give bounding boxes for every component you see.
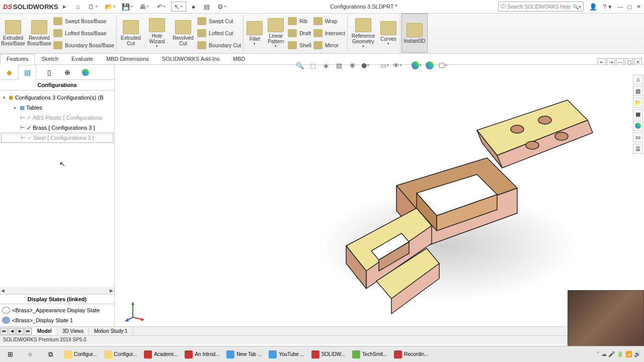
help-dropdown-icon[interactable]: ? ▾ — [602, 2, 613, 12]
tray-volume-icon[interactable]: 🔊 — [634, 351, 641, 357]
open-icon[interactable]: 📂 — [103, 2, 118, 12]
system-tray[interactable]: ˄ ☁ 🎤 🔋 📶 🔊 — [594, 351, 644, 357]
taskbar-item-7[interactable]: TechSmit... — [349, 347, 390, 361]
resources-tab-icon[interactable]: ⌂ — [633, 74, 643, 84]
tree-steel[interactable]: ⊢✓ Steel [ Configurations 3 ] — [1, 133, 113, 143]
print-icon[interactable]: 🖶 — [137, 2, 152, 12]
swept-cut-button[interactable]: Swept Cut — [197, 15, 241, 27]
tab-mbd[interactable]: MBD — [226, 54, 252, 64]
lofted-cut-button[interactable]: Lofted Cut — [197, 27, 241, 39]
tree-abs-plastic[interactable]: ⊢✓ ABS Plastic [ Configurations — [1, 113, 113, 123]
appearances-tab-icon[interactable] — [633, 121, 643, 131]
taskbar-item-6[interactable]: SOLIDW... — [308, 347, 348, 361]
tray-up-icon[interactable]: ˄ — [597, 351, 600, 357]
taskbar-item-3[interactable]: An Introd... — [182, 347, 222, 361]
display-style-icon[interactable]: ▭ — [379, 60, 390, 71]
tray-battery-icon[interactable]: 🔋 — [617, 351, 624, 357]
display-manager-tab[interactable] — [76, 65, 95, 79]
maximize-button[interactable]: ▢ — [626, 3, 633, 10]
extruded-boss-button[interactable]: Extruded Boss/Base — [0, 14, 26, 53]
options-list-icon[interactable]: ▤ — [201, 2, 212, 12]
taskbar-item-2[interactable]: Academi... — [141, 347, 181, 361]
tray-wifi-icon[interactable]: 📶 — [625, 351, 632, 357]
tab-next-button[interactable]: ▶ — [17, 328, 24, 335]
tray-cloud-icon[interactable]: ☁ — [601, 351, 607, 357]
boundary-cut-button[interactable]: Boundary Cut — [197, 39, 241, 51]
tab-evaluate[interactable]: Evaluate — [65, 54, 100, 64]
linear-pattern-button[interactable]: Linear Pattern▾ — [265, 14, 287, 53]
undo-icon[interactable]: ↶ — [154, 2, 169, 12]
forum-tab-icon[interactable]: ☰ — [633, 144, 643, 154]
tab-motion-study[interactable]: Motion Study 1 — [89, 327, 133, 335]
start-button[interactable]: ⊞ — [0, 347, 20, 362]
display-state-0[interactable]: <Brass>_Appearance Display State — [2, 305, 112, 315]
view-palette-tab-icon[interactable]: ▦ — [633, 109, 643, 119]
tab-features[interactable]: Features — [0, 54, 35, 65]
file-explorer-tab-icon[interactable]: 📁 — [633, 98, 643, 108]
configuration-tree[interactable]: ▾⬢ Configurations 3 Configuration(s) (B … — [0, 90, 114, 287]
design-library-tab-icon[interactable]: ▥ — [633, 86, 643, 96]
dynamic-annotation-icon[interactable]: ❋ — [347, 60, 358, 71]
task-view-button[interactable]: ⧉ — [40, 347, 60, 362]
view-settings-icon[interactable]: 🖵 — [437, 60, 448, 71]
close-button[interactable]: ✕ — [635, 3, 642, 10]
tab-3dviews[interactable]: 3D Views — [57, 327, 89, 335]
taskbar-item-1[interactable]: Configur... — [101, 347, 140, 361]
hide-show-icon[interactable]: 👁 — [392, 60, 403, 71]
search-input[interactable]: ⓘ Search SOLIDWORKS Help 🔍▾ — [498, 2, 584, 12]
configuration-manager-tab[interactable]: ▤ — [18, 65, 36, 80]
swept-boss-button[interactable]: Swept Boss/Base — [53, 15, 114, 27]
cortana-button[interactable]: ○ — [20, 347, 40, 362]
new-icon[interactable]: 🗋 — [86, 2, 101, 12]
taskbar-item-8[interactable]: Recordin... — [391, 347, 431, 361]
instant3d-button[interactable]: Instant3D — [401, 14, 428, 53]
taskbar-item-0[interactable]: Configur... — [61, 347, 100, 361]
lofted-boss-button[interactable]: Lofted Boss/Base — [53, 27, 114, 39]
tab-addins[interactable]: SOLIDWORKS Add-Ins — [155, 54, 226, 64]
extruded-cut-button[interactable]: Extruded Cut — [118, 14, 144, 53]
curves-button[interactable]: Curves▾ — [378, 14, 399, 53]
draft-button[interactable]: Draft — [288, 27, 311, 39]
tree-tables[interactable]: ▸▦ Tables — [1, 103, 113, 113]
tab-last-button[interactable]: ⏭ — [25, 328, 32, 335]
edit-appearance-icon[interactable] — [411, 60, 422, 71]
app-menu-arrow[interactable]: ▶ — [61, 2, 68, 12]
home-icon[interactable]: ⌂ — [72, 2, 84, 12]
intersect-button[interactable]: Intersect — [313, 27, 345, 39]
reference-geometry-button[interactable]: Reference Geometry▾ — [349, 14, 378, 53]
tray-mic-icon[interactable]: 🎤 — [608, 351, 615, 357]
tab-prev-button[interactable]: ◀ — [9, 328, 16, 335]
display-state-1[interactable]: <Brass>_Display State 1 — [2, 315, 112, 325]
feature-manager-tab[interactable]: ◆ — [0, 65, 18, 79]
zoom-area-icon[interactable]: ⬚ — [307, 60, 318, 71]
select-icon[interactable]: ↖ — [171, 2, 186, 12]
rib-button[interactable]: Rib — [288, 15, 311, 27]
user-icon[interactable]: 👤 — [588, 2, 599, 12]
dimxpert-tab[interactable]: ⊕ — [58, 65, 76, 79]
custom-props-tab-icon[interactable]: ▭ — [633, 132, 643, 142]
tab-sketch[interactable]: Sketch — [35, 54, 65, 64]
hole-wizard-button[interactable]: Hole Wizard▾ — [144, 14, 170, 53]
graphics-viewport[interactable] — [115, 65, 644, 326]
section-view-icon[interactable]: ▧ — [334, 60, 345, 71]
fillet-button[interactable]: Fillet▾ — [245, 14, 265, 53]
property-manager-tab[interactable]: ▯ — [40, 65, 58, 79]
wrap-button[interactable]: Wrap — [313, 15, 345, 27]
orientation-triad[interactable] — [123, 297, 148, 322]
zoom-fit-icon[interactable]: 🔍 — [294, 60, 305, 71]
revolved-cut-button[interactable]: Revolved Cut — [170, 14, 196, 53]
taskbar-item-4[interactable]: New Tab ... — [223, 347, 265, 361]
apply-scene-icon[interactable] — [424, 60, 435, 71]
boundary-boss-button[interactable]: Boundary Boss/Base — [53, 39, 114, 51]
tree-horizontal-scroll[interactable]: ◀▶ — [0, 287, 114, 294]
minimize-button[interactable]: — — [617, 3, 624, 10]
tab-model[interactable]: Model — [32, 327, 57, 335]
tree-brass[interactable]: ⊢✓ Brass [ Configurations 3 ] — [1, 123, 113, 133]
revolved-boss-button[interactable]: Revolved Boss/Base — [26, 14, 52, 53]
previous-view-icon[interactable]: ◈ — [320, 60, 332, 71]
taskbar-item-5[interactable]: YouTube ... — [266, 347, 307, 361]
settings-icon[interactable]: ⚙ — [214, 2, 229, 12]
rebuild-icon[interactable]: ● — [188, 2, 199, 12]
shell-button[interactable]: Shell — [288, 39, 311, 51]
tab-first-button[interactable]: ⏮ — [1, 328, 8, 335]
